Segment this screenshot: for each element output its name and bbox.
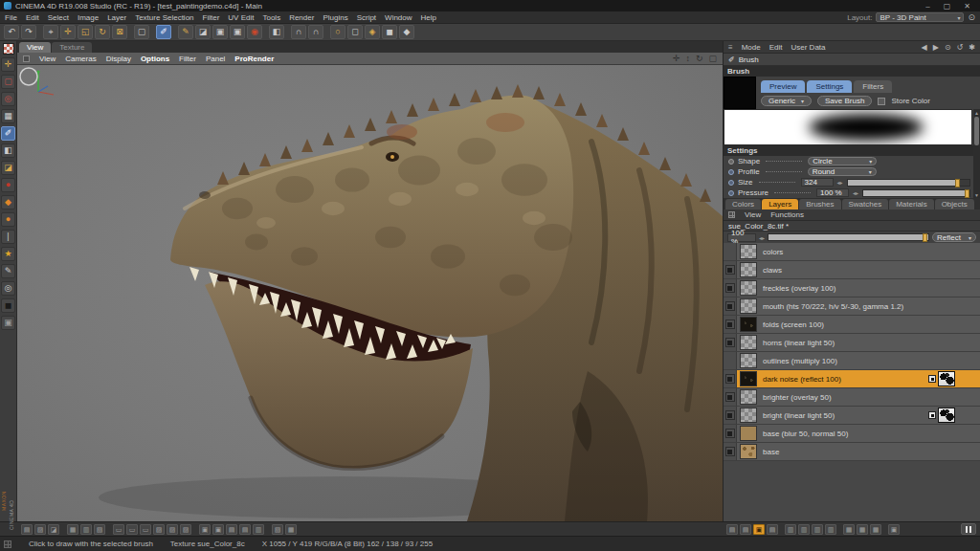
size-stepper[interactable]: ◂▸ (837, 179, 843, 186)
layer-row-dark-noise-reflect-100-[interactable]: dark noise (reflect 100) (724, 370, 980, 388)
scroll-down-icon[interactable]: ▼ (973, 191, 980, 198)
raybrush-b-button[interactable]: ▦ (285, 524, 297, 535)
uv-e-button[interactable]: ▨ (167, 524, 178, 535)
brush-stroke-preview[interactable] (724, 109, 972, 145)
profile-dropdown[interactable]: Round▾ (808, 167, 877, 176)
flatten-button[interactable]: ▥ (825, 524, 836, 535)
mirror-a-button[interactable]: ▣ (199, 524, 211, 535)
dot-tool-button[interactable]: ● (1, 212, 15, 227)
visibility-toggle[interactable] (725, 338, 735, 347)
raybrush-a-button[interactable]: ▧ (272, 524, 283, 535)
merge-layer-button[interactable]: ▥ (812, 524, 823, 535)
close-button-icon[interactable]: ✕ (964, 2, 970, 11)
prim-cube-button[interactable]: ◻ (347, 25, 363, 39)
uv-d-button[interactable]: ▨ (153, 524, 165, 535)
mirror-d-button[interactable]: ▤ (239, 524, 251, 535)
layer-thumbnail[interactable] (740, 353, 757, 368)
layer-down-button[interactable]: ▥ (798, 524, 810, 535)
layer-row-bright-linear-light-50-[interactable]: bright (linear light 50) (724, 407, 980, 425)
visibility-toggle[interactable] (725, 283, 735, 293)
menu-uv-edit[interactable]: UV Edit (228, 13, 254, 22)
delete-layer-button[interactable]: ▤ (767, 524, 778, 535)
history-icon[interactable]: ↺ (957, 43, 964, 52)
menu-tools[interactable]: Tools (262, 13, 280, 22)
texture-name-row[interactable]: sue_Color_8c.tif * (724, 221, 980, 231)
render-region-icon[interactable] (17, 65, 40, 88)
pause-button[interactable] (961, 523, 976, 535)
viewport-menu-filter[interactable]: Filter (179, 55, 196, 63)
clone-b-button[interactable]: ▣ (230, 25, 245, 39)
fill-tool-button[interactable]: ◆ (1, 195, 15, 209)
visibility-toggle[interactable] (725, 320, 735, 329)
shape-dropdown[interactable]: Circle▾ (808, 157, 877, 165)
layer-thumbnail[interactable] (740, 317, 757, 332)
gear-icon[interactable]: ✱ (969, 43, 975, 52)
size-field[interactable]: 324 (801, 178, 834, 187)
magnify-tool-button[interactable]: ◎ (1, 92, 15, 106)
layer-row-horns-linear-light-50-[interactable]: horns (linear light 50) (724, 334, 980, 352)
pressure-slider[interactable] (862, 189, 970, 197)
viewport-menu-display[interactable]: Display (106, 55, 131, 63)
redo-button[interactable]: ↷ (21, 25, 36, 39)
layer-thumbnail[interactable] (740, 335, 757, 350)
layer-row-brighter-overlay-50-[interactable]: brighter (overlay 50) (724, 388, 980, 407)
pattern-tool-button[interactable]: ▦ (1, 109, 15, 123)
viewport-menu-options[interactable]: Options (141, 55, 169, 63)
marquee-select-button[interactable]: ▢ (134, 25, 149, 39)
layout-dropdown[interactable]: BP - 3D Paint ▾ (876, 12, 964, 22)
setting-dot-icon[interactable] (728, 169, 734, 175)
uv-f-button[interactable]: ▨ (180, 524, 191, 535)
select-a-button[interactable]: ▦ (843, 524, 855, 535)
menu-render[interactable]: Render (289, 13, 314, 22)
paint-brush-tool-button[interactable]: ✐ (1, 126, 15, 141)
visibility-toggle[interactable] (725, 410, 735, 420)
layer-row-outlines-multiply-100-[interactable]: outlines (multiply 100) (724, 352, 980, 370)
eraser-tool-button[interactable]: ◪ (1, 161, 15, 175)
layer-row-base-blur-50-normal-50-[interactable]: base (blur 50, normal 50) (724, 425, 980, 443)
tab-view[interactable]: View (19, 42, 51, 53)
opacity-field[interactable]: 100 % (727, 233, 756, 242)
tab-brushes[interactable]: Brushes (799, 199, 840, 209)
visibility-toggle[interactable] (725, 301, 735, 311)
settings-scrollbar[interactable]: ▲ ▼ (973, 109, 980, 198)
magnet-b-button[interactable]: ∩ (308, 25, 323, 39)
lock-axis-button[interactable]: ⊠ (112, 25, 127, 39)
viewport-canvas[interactable] (17, 65, 723, 521)
menu-help[interactable]: Help (421, 13, 436, 22)
crop-tool-button[interactable]: ▣ (1, 316, 15, 330)
attr-menu-mode[interactable]: Mode (742, 43, 761, 52)
grid-icon[interactable] (728, 211, 735, 218)
layout-grid-button[interactable]: ◧ (269, 25, 284, 39)
magnify-pen-tool-button[interactable]: ◎ (1, 281, 15, 296)
maximize-view-icon[interactable]: ▢ (708, 54, 717, 63)
menu-layer[interactable]: Layer (107, 13, 126, 22)
setting-dot-icon[interactable] (728, 180, 734, 186)
layer-row-claws[interactable]: claws (724, 261, 980, 279)
active-object-row[interactable]: ✐ Brush (724, 54, 980, 66)
undo-button[interactable]: ↶ (4, 25, 19, 39)
add-mask-button[interactable]: ▣ (753, 524, 765, 535)
magnet-a-button[interactable]: ∩ (291, 25, 306, 39)
layer-row-folds-screen-100-[interactable]: folds (screen 100) (724, 316, 980, 334)
back-icon[interactable]: ◀ (922, 43, 927, 52)
layer-row-colors[interactable]: colors (724, 243, 980, 261)
status-grid-icon[interactable] (4, 540, 11, 548)
uv-a-button[interactable]: ▭ (113, 524, 124, 535)
orbit-icon[interactable]: ↻ (696, 54, 703, 63)
viewport-menu-prorender[interactable]: ProRender (234, 55, 274, 63)
pressure-stepper[interactable]: ◂▸ (853, 189, 858, 196)
menu-texture-selection[interactable]: Texture Selection (135, 13, 193, 22)
minimize-button-icon[interactable]: – (925, 2, 929, 11)
tab-swatches[interactable]: Swatches (842, 199, 889, 209)
layer-thumbnail[interactable] (740, 371, 757, 386)
maximize-button-icon[interactable]: ▢ (944, 2, 951, 11)
layer-mask-thumbnail[interactable] (938, 408, 955, 423)
blend-mode-dropdown[interactable]: Reflect ▾ (932, 232, 976, 242)
visibility-toggle[interactable] (725, 265, 735, 275)
layer-thumbnail[interactable] (740, 262, 757, 277)
paint-setup-a-button[interactable]: ▤ (21, 524, 33, 535)
menu-select[interactable]: Select (48, 13, 69, 22)
mirror-c-button[interactable]: ▤ (226, 524, 237, 535)
tab-settings[interactable]: Settings (807, 80, 852, 93)
menu-plugins[interactable]: Plugins (323, 13, 347, 22)
